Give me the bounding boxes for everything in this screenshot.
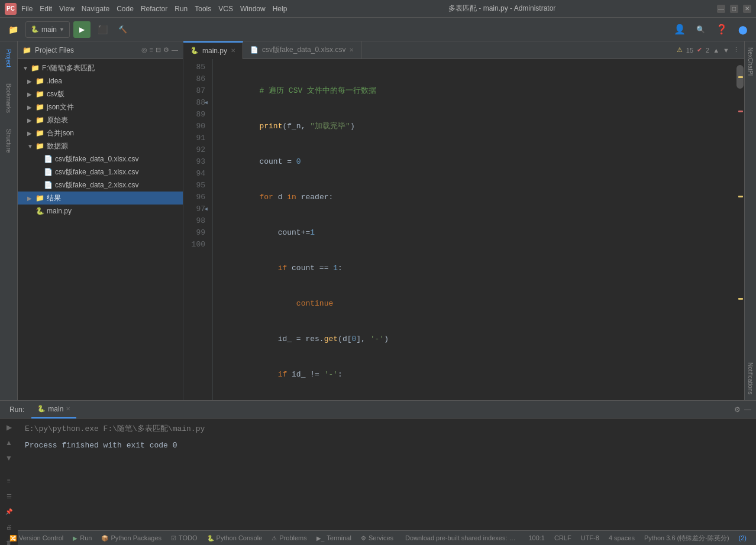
build-button[interactable]: 🔨 — [115, 21, 131, 38]
notifications-sidebar-label[interactable]: Notifications — [746, 359, 755, 398]
menu-help[interactable]: Help — [273, 5, 287, 13]
statusbar-line-ending[interactable]: CRLF — [550, 531, 576, 546]
tree-root-arrow: ▼ — [22, 65, 28, 72]
tab-csvfake-close[interactable]: ✕ — [349, 47, 354, 53]
menu-code[interactable]: Code — [117, 5, 134, 13]
run-config-selector[interactable]: 🐍 main ▼ — [25, 21, 70, 38]
tree-csv1-label: csv版fake_data_1.xlsx.csv — [55, 167, 138, 177]
tree-csv-icon: 📁 — [35, 90, 44, 98]
statusbar-python-version[interactable]: Python 3.6 (特殊差分-陈英分) — [639, 531, 734, 546]
tree-root[interactable]: ▼ 📁 F:\随笔\多表匹配 — [18, 61, 183, 74]
term-down-icon[interactable]: ▼ — [2, 452, 15, 465]
nav-up-icon[interactable]: ▲ — [713, 47, 719, 54]
terminal-icon: ▶_ — [316, 535, 325, 541]
todo-icon: ☑ — [171, 535, 176, 541]
menu-view[interactable]: View — [59, 5, 75, 13]
python-packages-label: Python Packages — [111, 534, 161, 541]
menu-tools[interactable]: Tools — [195, 5, 211, 13]
tree-merge-folder[interactable]: ▶ 📁 合并json — [18, 126, 183, 140]
project-locate-icon[interactable]: ◎ — [141, 46, 147, 54]
project-expand-icon[interactable]: ≡ — [150, 46, 153, 54]
more-options-icon[interactable]: ⋮ — [733, 46, 739, 54]
run-tab[interactable]: 🐍 main ✕ — [31, 401, 76, 419]
term-play-icon[interactable]: ▶ — [2, 421, 15, 434]
tree-original-arrow: ▶ — [27, 117, 33, 124]
nexchatpi-sidebar-label[interactable]: NexChatPI — [746, 44, 755, 79]
tab-mainpy[interactable]: 🐍 main.py ✕ — [183, 41, 243, 59]
scrollbar-right[interactable] — [736, 59, 744, 400]
minimize-button[interactable]: — — [717, 5, 725, 13]
term-pin-icon[interactable]: 📌 — [2, 505, 15, 518]
statusbar-position[interactable]: 100:1 — [524, 531, 550, 546]
statusbar-problems[interactable]: ⚠ Problems — [267, 531, 311, 546]
statusbar-terminal[interactable]: ▶_ Terminal — [312, 531, 356, 546]
tree-idea-icon: 📁 — [35, 77, 44, 85]
tree-original-folder[interactable]: ▶ 📁 原始表 — [18, 113, 183, 126]
app-logo: PC — [5, 3, 17, 15]
account-button[interactable]: 👤 — [670, 21, 689, 38]
sidebar-project-button[interactable]: Project — [1, 44, 17, 73]
tree-csv0-file[interactable]: 📄 csv版fake_data_0.xlsx.csv — [18, 153, 183, 166]
menu-run[interactable]: Run — [175, 5, 188, 13]
term-list-icon[interactable]: ☰ — [2, 489, 15, 502]
services-label: Services — [369, 534, 393, 541]
menu-window[interactable]: Window — [240, 5, 266, 13]
menu-file[interactable]: File — [21, 5, 33, 13]
tree-datasource-label: 数据源 — [47, 141, 68, 151]
code-editor[interactable]: 85 86 87 88 ◀ 89 90 91 92 93 94 95 96 97… — [183, 59, 744, 400]
menu-refactor[interactable]: Refactor — [141, 5, 167, 13]
nexchatpi-button[interactable]: ⬤ — [735, 21, 751, 38]
statusbar-notification[interactable]: (2) — [734, 531, 751, 546]
menu-edit[interactable]: Edit — [40, 5, 52, 13]
tree-result-folder[interactable]: ▶ 📁 结果 — [18, 192, 183, 205]
statusbar-encoding[interactable]: UTF-8 — [576, 531, 604, 546]
code-content[interactable]: # 遍历 CSV 文件中的每一行数据 print(f_n, "加载完毕") co… — [213, 59, 736, 400]
tree-datasource-icon: 📁 — [35, 142, 44, 150]
term-up-icon[interactable]: ▲ — [2, 436, 15, 449]
run-tab-close[interactable]: ✕ — [66, 405, 70, 412]
tab-mainpy-close[interactable]: ✕ — [231, 47, 235, 54]
gear-icon[interactable]: ⚙ — [734, 405, 741, 414]
nav-down-icon[interactable]: ▼ — [723, 47, 729, 54]
bottom-icons: ⚙ — — [734, 405, 751, 414]
stop-button[interactable]: ⬛ — [94, 21, 111, 38]
tree-result-label: 结果 — [47, 193, 61, 203]
statusbar-run[interactable]: ▶ Run — [68, 531, 96, 546]
tree-merge-label: 合并json — [47, 128, 74, 138]
menu-bar: File Edit View Navigate Code Refactor Ru… — [21, 5, 287, 13]
sidebar-bookmarks-button[interactable]: Bookmarks — [1, 80, 17, 116]
tree-csv1-icon: 📄 — [44, 168, 53, 176]
statusbar-python-packages[interactable]: 📦 Python Packages — [96, 531, 166, 546]
tree-csv1-file[interactable]: 📄 csv版fake_data_1.xlsx.csv — [18, 166, 183, 179]
close-button[interactable]: ✕ — [743, 5, 751, 13]
tree-csv-folder[interactable]: ▶ 📁 csv版 — [18, 87, 183, 100]
main-area: Project Bookmarks Structure 📁 Project Fi… — [0, 41, 756, 400]
search-everywhere-button[interactable]: 🔍 — [693, 21, 709, 38]
project-settings-icon[interactable]: ⚙ — [163, 46, 169, 54]
help-button[interactable]: ❓ — [712, 21, 731, 38]
project-collapse-icon[interactable]: ⊟ — [156, 46, 161, 54]
vcs-label: Version Control — [19, 534, 63, 541]
menu-navigate[interactable]: Navigate — [82, 5, 109, 13]
tab-mainpy-label: main.py — [202, 47, 227, 55]
code-line-85: # 遍历 CSV 文件中的每一行数据 — [222, 85, 726, 97]
tree-idea-folder[interactable]: ▶ 📁 .idea — [18, 74, 183, 87]
menu-vcs[interactable]: VCS — [218, 5, 233, 13]
project-minimize-icon[interactable]: — — [172, 46, 178, 54]
maximize-button[interactable]: □ — [730, 5, 738, 13]
minimize-panel-icon[interactable]: — — [744, 405, 751, 414]
statusbar-python-console[interactable]: 🐍 Python Console — [202, 531, 267, 546]
sidebar-structure-button[interactable]: Structure — [1, 123, 17, 158]
statusbar-services[interactable]: ⚙ Services — [356, 531, 398, 546]
tab-csvfake[interactable]: 📄 csv版fake_data_0.xlsx.csv ✕ — [243, 41, 361, 59]
statusbar-todo[interactable]: ☑ TODO — [166, 531, 202, 546]
tree-csv2-file[interactable]: 📄 csv版fake_data_2.xlsx.csv — [18, 179, 183, 192]
tree-json-folder[interactable]: ▶ 📁 json文件 — [18, 100, 183, 113]
statusbar-vcs[interactable]: 🔀 Version Control — [5, 531, 68, 546]
term-wrap-icon[interactable]: ≡ — [2, 474, 15, 487]
problems-icon: ⚠ — [272, 535, 277, 541]
tree-datasource-folder[interactable]: ▼ 📁 数据源 — [18, 140, 183, 153]
statusbar-indent[interactable]: 4 spaces — [604, 531, 639, 546]
tree-mainpy-file[interactable]: 🐍 main.py — [18, 205, 183, 218]
run-button[interactable]: ▶ — [73, 21, 91, 38]
